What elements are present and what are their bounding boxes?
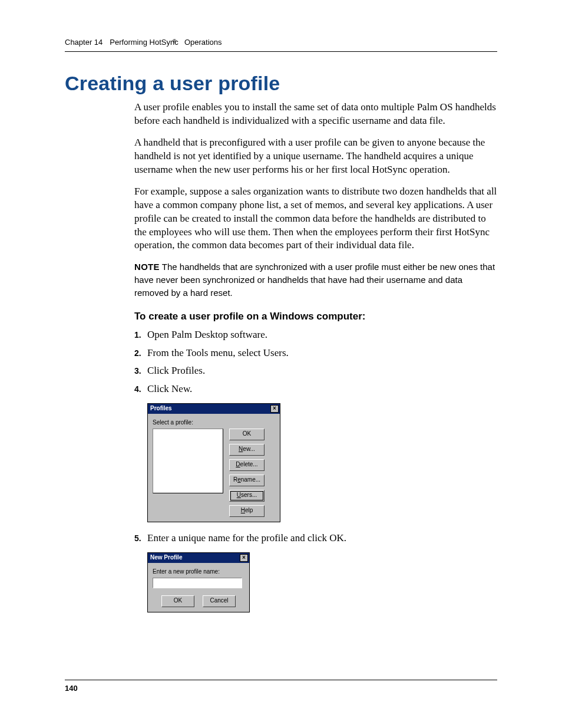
paragraph: A handheld that is preconfigured with a … — [134, 136, 497, 177]
step-text: Enter a unique name for the profile and … — [147, 532, 346, 545]
note-label: NOTE — [134, 262, 160, 272]
step-text: Click New. — [147, 383, 192, 396]
page-header: Chapter 14 Performing HotSync® Operation… — [65, 38, 497, 52]
page-number: 140 — [65, 684, 78, 693]
step-text: Click Profiles. — [147, 364, 205, 378]
users-button[interactable]: Users... — [229, 490, 265, 502]
note-text: The handhelds that are synchronized with… — [134, 262, 495, 298]
rename-button[interactable]: Rename... — [229, 475, 265, 486]
new-button[interactable]: New... — [229, 444, 265, 456]
step: 2.From the Tools menu, select Users. — [134, 347, 497, 360]
step: 1.Open Palm Desktop software. — [134, 328, 497, 342]
dialog-title-text: New Profile — [150, 554, 182, 562]
profiles-dialog: Profiles × Select a profile: OK New... D… — [147, 403, 280, 522]
new-profile-dialog: New Profile × Enter a new profile name: … — [147, 552, 250, 612]
step: 5.Enter a unique name for the profile an… — [134, 532, 497, 545]
page-footer: 140 — [65, 680, 497, 693]
step-text: Open Palm Desktop software. — [147, 328, 267, 342]
delete-button[interactable]: Delete... — [229, 459, 265, 471]
chapter-number: Chapter 14 — [65, 38, 103, 47]
paragraph: For example, suppose a sales organizatio… — [134, 185, 497, 253]
ok-button[interactable]: OK — [229, 429, 265, 440]
profile-listbox[interactable] — [153, 429, 223, 493]
dialog-titlebar: Profiles × — [148, 404, 280, 414]
select-profile-label: Select a profile: — [153, 419, 275, 427]
dialog-title-text: Profiles — [150, 404, 172, 413]
dialog-titlebar: New Profile × — [148, 553, 249, 563]
section-title: Creating a user profile — [65, 72, 497, 95]
close-icon[interactable]: × — [270, 405, 279, 413]
paragraph: A user profile enables you to install th… — [134, 101, 497, 128]
profile-name-input[interactable] — [153, 578, 242, 588]
help-button[interactable]: Help — [229, 505, 265, 517]
procedure-heading: To create a user profile on a Windows co… — [134, 310, 497, 324]
step: 3.Click Profiles. — [134, 364, 497, 378]
note-paragraph: NOTE The handhelds that are synchronized… — [134, 261, 497, 299]
cancel-button[interactable]: Cancel — [203, 595, 236, 607]
step: 4.Click New. — [134, 383, 497, 396]
close-icon[interactable]: × — [240, 554, 248, 562]
step-text: From the Tools menu, select Users. — [147, 347, 289, 360]
chapter-title: Performing HotSync® Operations — [110, 38, 222, 47]
ok-button[interactable]: OK — [161, 595, 194, 607]
enter-name-label: Enter a new profile name: — [153, 568, 244, 576]
